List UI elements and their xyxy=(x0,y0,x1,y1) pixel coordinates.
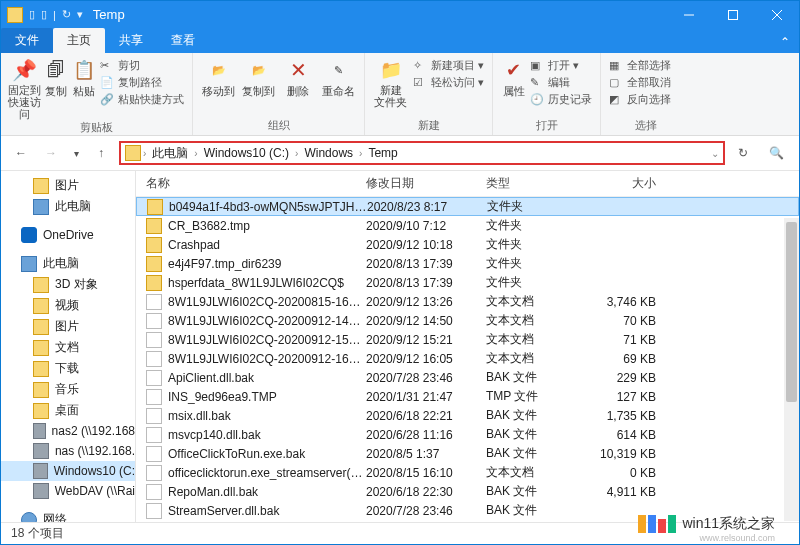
file-row[interactable]: OfficeClickToRun.exe.bak2020/8/5 1:37BAK… xyxy=(136,444,799,463)
pin-button[interactable]: 📌固定到快速访问 xyxy=(7,55,42,120)
refresh-button[interactable]: ↻ xyxy=(731,141,755,165)
pasteshortcut-button[interactable]: 🔗粘贴快捷方式 xyxy=(98,91,186,108)
scrollbar[interactable] xyxy=(784,218,799,521)
sidebar-item[interactable]: 此电脑 xyxy=(1,196,135,217)
file-row[interactable]: ApiClient.dll.bak2020/7/28 23:46BAK 文件22… xyxy=(136,368,799,387)
sidebar-item[interactable]: 音乐 xyxy=(1,379,135,400)
chevron-right-icon[interactable]: › xyxy=(194,148,197,159)
column-headers[interactable]: 名称 修改日期 类型 大小 xyxy=(136,171,799,197)
forward-button[interactable]: → xyxy=(39,141,63,165)
qat-dropdown-icon[interactable]: ▾ xyxy=(77,8,83,21)
sidebar-item[interactable]: 下载 xyxy=(1,358,135,379)
sidebar-item[interactable]: 此电脑 xyxy=(1,253,135,274)
qat-glyph[interactable]: ▯ xyxy=(41,8,47,21)
open-button[interactable]: ▣打开 ▾ xyxy=(528,57,594,74)
sidebar-item[interactable]: nas2 (\\192.168 xyxy=(1,421,135,441)
navigation-pane[interactable]: 图片此电脑OneDrive此电脑3D 对象视频图片文档下载音乐桌面nas2 (\… xyxy=(1,171,136,522)
newfolder-button[interactable]: 📁新建 文件夹 xyxy=(371,55,411,108)
file-name: StreamServer.dll.bak xyxy=(168,504,366,518)
close-button[interactable] xyxy=(755,1,799,28)
sidebar-item[interactable]: 图片 xyxy=(1,316,135,337)
file-row[interactable]: 8W1L9JLWI6I02CQ-20200912-1605.l...2020/9… xyxy=(136,349,799,368)
breadcrumb-item[interactable]: Windows10 (C:) xyxy=(200,146,293,160)
sidebar-item-label: OneDrive xyxy=(43,228,94,242)
file-row[interactable]: b0494a1f-4bd3-owMQN5swJPTJH+i...2020/8/2… xyxy=(136,197,799,216)
maximize-button[interactable] xyxy=(711,1,755,28)
sidebar-item[interactable]: Windows10 (C: xyxy=(1,461,135,481)
ribbon-collapse-icon[interactable]: ⌃ xyxy=(771,35,799,53)
tab-view[interactable]: 查看 xyxy=(157,28,209,53)
copypath-button[interactable]: 📄复制路径 xyxy=(98,74,186,91)
paste-button[interactable]: 📋粘贴 xyxy=(70,55,98,99)
back-button[interactable]: ← xyxy=(9,141,33,165)
qat-glyph[interactable]: ▯ xyxy=(29,8,35,21)
file-type: 文本文档 xyxy=(486,464,586,481)
column-name[interactable]: 名称 xyxy=(146,175,366,192)
file-row[interactable]: msvcp140.dll.bak2020/6/28 11:16BAK 文件614… xyxy=(136,425,799,444)
address-dropdown-icon[interactable]: ⌄ xyxy=(711,148,719,159)
sidebar-item[interactable]: 文档 xyxy=(1,337,135,358)
history-button[interactable]: 🕘历史记录 xyxy=(528,91,594,108)
tab-share[interactable]: 共享 xyxy=(105,28,157,53)
column-size[interactable]: 大小 xyxy=(586,175,666,192)
chevron-right-icon[interactable]: › xyxy=(143,148,146,159)
address-bar[interactable]: › 此电脑 › Windows10 (C:) › Windows › Temp … xyxy=(119,141,725,165)
tab-home[interactable]: 主页 xyxy=(53,28,105,53)
recent-dropdown-icon[interactable]: ▾ xyxy=(69,141,83,165)
sidebar-item[interactable]: 网络 xyxy=(1,509,135,522)
breadcrumb-item[interactable]: Windows xyxy=(300,146,357,160)
sidebar-item[interactable]: 图片 xyxy=(1,175,135,196)
file-row[interactable]: 8W1L9JLWI6I02CQ-20200815-1624.l...2020/9… xyxy=(136,292,799,311)
breadcrumb-item[interactable]: Temp xyxy=(364,146,401,160)
select-none-button[interactable]: ▢全部取消 xyxy=(607,74,673,91)
sidebar-item[interactable]: WebDAV (\\Rai xyxy=(1,481,135,501)
file-row[interactable]: CR_B3682.tmp2020/9/10 7:12文件夹 xyxy=(136,216,799,235)
rename-button[interactable]: ✎重命名 xyxy=(318,55,358,99)
file-row[interactable]: 8W1L9JLWI6I02CQ-20200912-1521.l...2020/9… xyxy=(136,330,799,349)
up-button[interactable]: ↑ xyxy=(89,141,113,165)
sidebar-item-label: 图片 xyxy=(55,177,79,194)
properties-button[interactable]: ✔属性 xyxy=(499,55,528,99)
delete-button[interactable]: ✕删除 xyxy=(279,55,319,99)
file-type: 文本文档 xyxy=(486,350,586,367)
sidebar-item[interactable]: OneDrive xyxy=(1,225,135,245)
edit-button[interactable]: ✎编辑 xyxy=(528,74,594,91)
file-name: b0494a1f-4bd3-owMQN5swJPTJH+i... xyxy=(169,200,367,214)
file-row[interactable]: StreamServer.dll.bak2020/7/28 23:46BAK 文… xyxy=(136,501,799,520)
copyto-button[interactable]: 📂复制到 xyxy=(239,55,279,99)
copy-button[interactable]: 🗐复制 xyxy=(42,55,70,99)
sidebar-item-icon xyxy=(33,423,46,439)
scrollbar-thumb[interactable] xyxy=(786,222,797,402)
file-row[interactable]: INS_9ed96ea9.TMP2020/1/31 21:47TMP 文件127… xyxy=(136,387,799,406)
file-date: 2020/6/18 22:30 xyxy=(366,485,486,499)
tab-file[interactable]: 文件 xyxy=(1,28,53,53)
file-row[interactable]: Crashpad2020/9/12 10:18文件夹 xyxy=(136,235,799,254)
file-row[interactable]: officeclicktorun.exe_streamserver(20...2… xyxy=(136,463,799,482)
moveto-button[interactable]: 📂移动到 xyxy=(199,55,239,99)
sidebar-item[interactable]: nas (\\192.168. xyxy=(1,441,135,461)
search-icon[interactable]: 🔍 xyxy=(761,146,791,160)
breadcrumb-item[interactable]: 此电脑 xyxy=(148,145,192,162)
sidebar-item[interactable]: 3D 对象 xyxy=(1,274,135,295)
file-size: 229 KB xyxy=(586,371,666,385)
minimize-button[interactable] xyxy=(667,1,711,28)
qat-glyph[interactable]: ↻ xyxy=(62,8,71,21)
sidebar-item[interactable]: 桌面 xyxy=(1,400,135,421)
file-name: msix.dll.bak xyxy=(168,409,366,423)
invert-selection-button[interactable]: ◩反向选择 xyxy=(607,91,673,108)
sidebar-item-label: Windows10 (C: xyxy=(54,464,135,478)
chevron-right-icon[interactable]: › xyxy=(295,148,298,159)
column-date[interactable]: 修改日期 xyxy=(366,175,486,192)
column-type[interactable]: 类型 xyxy=(486,175,586,192)
file-row[interactable]: msix.dll.bak2020/6/18 22:21BAK 文件1,735 K… xyxy=(136,406,799,425)
file-row[interactable]: hsperfdata_8W1L9JLWI6I02CQ$2020/8/13 17:… xyxy=(136,273,799,292)
file-row[interactable]: 8W1L9JLWI6I02CQ-20200912-1450.l...2020/9… xyxy=(136,311,799,330)
easyaccess-button[interactable]: ☑轻松访问 ▾ xyxy=(411,74,486,91)
newitem-button[interactable]: ✧新建项目 ▾ xyxy=(411,57,486,74)
cut-button[interactable]: ✂剪切 xyxy=(98,57,186,74)
file-row[interactable]: RepoMan.dll.bak2020/6/18 22:30BAK 文件4,91… xyxy=(136,482,799,501)
chevron-right-icon[interactable]: › xyxy=(359,148,362,159)
sidebar-item[interactable]: 视频 xyxy=(1,295,135,316)
file-row[interactable]: e4j4F97.tmp_dir62392020/8/13 17:39文件夹 xyxy=(136,254,799,273)
select-all-button[interactable]: ▦全部选择 xyxy=(607,57,673,74)
